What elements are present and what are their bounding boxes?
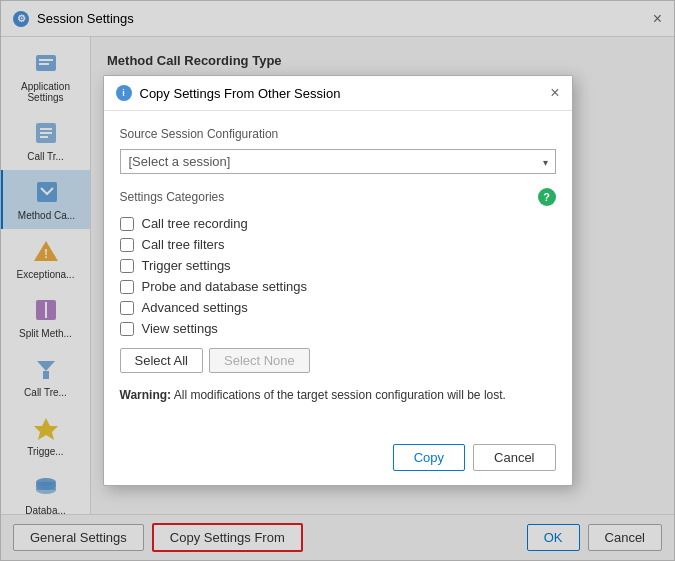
checkbox-advanced-settings[interactable] [120,301,134,315]
checkbox-row-probe-database: Probe and database settings [120,279,556,294]
checkbox-row-trigger-settings: Trigger settings [120,258,556,273]
categories-header: Settings Categories ? [120,188,556,206]
label-call-tree-recording: Call tree recording [142,216,248,231]
select-all-button[interactable]: Select All [120,348,203,373]
checkbox-row-view-settings: View settings [120,321,556,336]
select-buttons: Select All Select None [120,348,556,373]
checkbox-row-advanced-settings: Advanced settings [120,300,556,315]
label-trigger-settings: Trigger settings [142,258,231,273]
session-dropdown[interactable]: [Select a session] [120,149,556,174]
checkbox-row-call-tree-filters: Call tree filters [120,237,556,252]
categories-label: Settings Categories [120,190,225,204]
select-none-button[interactable]: Select None [209,348,310,373]
dialog-body: Source Session Configuration [Select a s… [104,111,572,436]
checkbox-view-settings[interactable] [120,322,134,336]
dialog-title-bar: i Copy Settings From Other Session × [104,76,572,111]
session-dropdown-wrapper: [Select a session] ▾ [120,149,556,174]
checkbox-call-tree-recording[interactable] [120,217,134,231]
main-window: ⚙ Session Settings × Application Setting… [0,0,675,561]
modal-overlay: i Copy Settings From Other Session × Sou… [1,1,674,560]
warning-text: Warning: All modifications of the target… [120,387,556,404]
dialog-close-button[interactable]: × [550,84,559,102]
source-section-label: Source Session Configuration [120,127,556,141]
dialog-cancel-button[interactable]: Cancel [473,444,555,471]
dialog: i Copy Settings From Other Session × Sou… [103,75,573,486]
checkbox-probe-database[interactable] [120,280,134,294]
dialog-title-left: i Copy Settings From Other Session [116,85,341,101]
warning-message: All modifications of the target session … [174,388,506,402]
copy-button[interactable]: Copy [393,444,465,471]
checkbox-row-call-tree-recording: Call tree recording [120,216,556,231]
categories-help-icon[interactable]: ? [538,188,556,206]
label-advanced-settings: Advanced settings [142,300,248,315]
checkbox-call-tree-filters[interactable] [120,238,134,252]
checkbox-trigger-settings[interactable] [120,259,134,273]
dialog-footer: Copy Cancel [104,436,572,485]
dialog-title: Copy Settings From Other Session [140,86,341,101]
warning-bold: Warning: [120,388,172,402]
label-probe-database: Probe and database settings [142,279,308,294]
dialog-icon: i [116,85,132,101]
label-call-tree-filters: Call tree filters [142,237,225,252]
checkbox-list: Call tree recording Call tree filters Tr… [120,216,556,336]
label-view-settings: View settings [142,321,218,336]
